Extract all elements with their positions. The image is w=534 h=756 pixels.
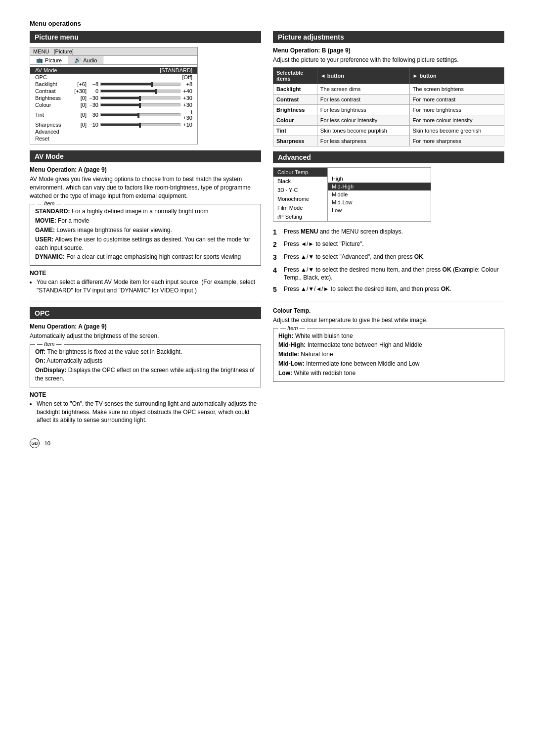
menu-operations-title: Menu operations [30,20,504,27]
advanced-steps: 1 Press MENU and the MENU screen display… [273,228,504,295]
step-3: 3 Press ▲/▼ to select "Advanced", and th… [273,253,504,263]
av-mode-note: NOTE You can select a different AV Mode … [30,270,261,295]
colour-label: Colour [35,102,70,108]
advanced-option-mid-high[interactable]: Mid-High [328,183,431,190]
advanced-option-middle[interactable]: Middle [328,190,431,198]
advanced-menu-options: High Mid-High Middle Mid-Low Low [328,168,431,221]
step-2-text: Press ◄/► to select "Picture". [284,240,504,250]
sharpness-label: Sharpness [35,122,70,128]
advanced-item-film-mode[interactable]: Film Mode [273,203,327,212]
colour-temp-middle: Middle: Natural tone [278,350,499,359]
advanced-header: Advanced [273,151,504,163]
menu-title-text: MENU [Picture] [33,48,74,54]
brightness-slider[interactable] [100,96,180,99]
advanced-item-ip-setting[interactable]: i/P Setting [273,212,327,221]
av-mode-item-label: — Item — [35,200,64,206]
menu-row-contrast[interactable]: Contrast [+30] 0 +40 [30,88,197,94]
colour-temp-description: Adjust the colour temperature to give th… [273,316,504,325]
colour-temp-item-label: — Item — [278,325,307,331]
colour-temp-mid-high: Mid-High: Intermediate tone between High… [278,341,499,349]
picture-adjustments-header: Picture adjustments [273,31,504,43]
menu-row-backlight[interactable]: Backlight [+6] −8 +8 [30,81,197,88]
table-row-contrast: Contrast For less contrast For more cont… [273,94,504,104]
menu-tab-audio[interactable]: 🔊 Audio [68,56,103,64]
colour-slider[interactable] [100,103,180,106]
advanced-menu-mockup: Colour Temp. Black 3D · Y·C Monochrome F… [273,167,431,222]
av-mode-header: AV Mode [30,150,261,162]
page-number: GB -10 [30,438,504,448]
menu-row-opc[interactable]: OPC [Off] [30,74,197,81]
av-mode-user: USER: Allows the user to customise setti… [35,236,256,252]
backlight-slider[interactable] [100,83,180,86]
contrast-val1: [+30] [72,88,87,94]
colour-temp-low: Low: White with reddish tone [278,369,499,378]
adj-contrast-right: For more contrast [409,94,504,104]
table-header-left: ◄ button [317,67,409,84]
picture-menu-mockup: MENU [Picture] 📺 Picture 🔊 Audio AV Mode [30,47,198,144]
av-mode-game: GAME: Lowers image brightness for easier… [35,226,256,235]
contrast-slider[interactable] [100,90,180,93]
advanced-menu-layout: Colour Temp. Black 3D · Y·C Monochrome F… [273,168,431,221]
opc-note: NOTE When set to "On", the TV senses the… [30,391,261,425]
advanced-item-black[interactable]: Black [273,177,327,186]
step-1-num: 1 [273,228,280,237]
advanced-option-high[interactable]: High [328,175,431,183]
advanced-section: Advanced Colour Temp. Black 3D · Y·C Mon… [273,151,504,295]
opc-on: On: Automatically adjusts [35,357,256,365]
menu-row-sharpness[interactable]: Sharpness [0] −10 +10 [30,121,197,128]
adj-tint-right: Skin tones become greenish [409,125,504,136]
opc-off: Off: The brightness is fixed at the valu… [35,348,256,356]
tint-val2: −30 [89,112,98,118]
page-num-text: -10 [43,440,50,446]
picture-adjustments-description: Adjust the picture to your preference wi… [273,56,504,64]
menu-row-tint[interactable]: Tint [0] −30 t +30 [30,108,197,121]
menu-tabs: 📺 Picture 🔊 Audio [30,56,197,65]
menu-row-colour[interactable]: Colour [0] −30 +30 [30,101,197,108]
avmode-label: AV Mode [35,67,57,73]
tint-label: Tint [35,112,70,118]
menu-row-advanced[interactable]: Advanced [30,128,197,135]
av-mode-note-item: You can select a different AV Mode item … [37,278,261,295]
advanced-item-monochrome[interactable]: Monochrome [273,194,327,203]
picture-menu-header: Picture menu [30,31,261,43]
step-5-num: 5 [273,285,280,295]
left-column: Picture menu MENU [Picture] 📺 Picture 🔊 … [30,31,261,428]
advanced-option-low[interactable]: Low [328,206,431,214]
backlight-val1: [+6] [72,81,87,87]
advanced-menu-items: Colour Temp. Black 3D · Y·C Monochrome F… [273,168,328,221]
opc-note-item: When set to "On", the TV senses the surr… [37,400,261,425]
advanced-option-mid-low[interactable]: Mid-Low [328,198,431,206]
step-2: 2 Press ◄/► to select "Picture". [273,240,504,250]
menu-body: AV Mode [STANDARD] OPC [Off] Backlight [… [30,65,197,144]
av-mode-standard: STANDARD: For a highly defined image in … [35,207,256,216]
advanced-item-3d-yc[interactable]: 3D · Y·C [273,186,327,194]
menu-row-brightness[interactable]: Brightness [0] −30 +30 [30,94,197,101]
colour-val2: −30 [89,102,98,108]
colour-temp-mid-low: Mid-Low: Intermediate tone between Middl… [278,360,499,368]
menu-row-avmode[interactable]: AV Mode [STANDARD] [30,67,197,74]
adj-contrast-left: For less contrast [317,94,409,104]
adj-sharpness-left: For less sharpness [317,136,409,146]
step-3-num: 3 [273,253,280,263]
step-5: 5 Press ▲/▼/◄/► to select the desired it… [273,285,504,295]
step-2-num: 2 [273,240,280,250]
adj-backlight-right: The screen brightens [409,84,504,94]
sharpness-slider[interactable] [100,123,180,126]
step-5-text: Press ▲/▼/◄/► to select the desired item… [284,285,504,295]
avmode-value: [STANDARD] [160,67,192,73]
advanced-item-colour-temp[interactable]: Colour Temp. [273,168,327,177]
table-row-sharpness: Sharpness For less sharpness For more sh… [273,136,504,146]
step-4-num: 4 [273,266,280,283]
sharpness-val1: [0] [72,122,87,128]
tint-slider[interactable] [100,113,180,116]
menu-tab-picture[interactable]: 📺 Picture [30,56,68,64]
colour-temp-section: Colour Temp. Adjust the colour temperatu… [273,307,504,382]
adj-contrast-item: Contrast [273,94,317,104]
menu-row-reset[interactable]: Reset [30,135,197,142]
step-3-text: Press ▲/▼ to select "Advanced", and then… [284,253,504,263]
adj-colour-item: Colour [273,115,317,125]
opc-section: OPC Menu Operation: A (page 9) Automatic… [30,307,261,425]
brightness-val3: +30 [182,95,192,101]
adj-brightness-item: Brightness [273,104,317,115]
picture-tab-icon: 📺 [36,57,43,63]
